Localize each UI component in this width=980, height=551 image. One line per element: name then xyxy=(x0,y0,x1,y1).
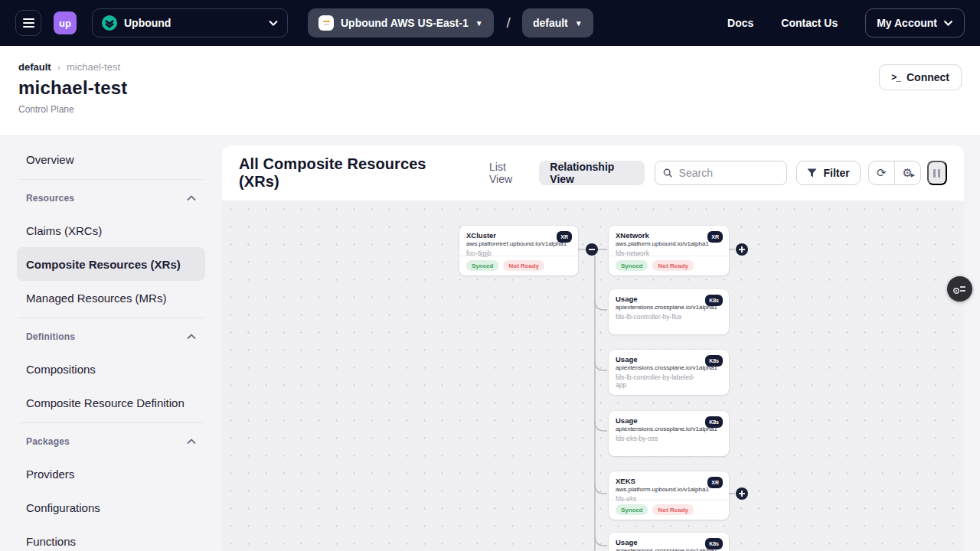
sidebar-item-xrd[interactable]: Composite Resource Definition xyxy=(17,386,205,419)
node-status-row: Synced Not Ready xyxy=(609,500,729,520)
sidebar: Overview Resources Claims (XRCs) Composi… xyxy=(0,136,222,551)
search-input[interactable] xyxy=(679,167,779,179)
not-ready-badge: Not Ready xyxy=(652,504,694,515)
sidebar-item-providers[interactable]: Providers xyxy=(17,457,205,491)
node-api-version: aws.platform.upbound.io/v1alpha1 xyxy=(616,240,703,247)
chevron-down-icon xyxy=(943,20,953,26)
connect-button[interactable]: >_ Connect xyxy=(879,64,962,90)
search-icon xyxy=(663,168,672,178)
node-api-version: aws.platform.upbound.io/v1alpha1 xyxy=(616,486,703,493)
node-kind-badge: K8s xyxy=(705,416,723,428)
pause-button[interactable] xyxy=(927,161,947,185)
breadcrumb: default › michael-test xyxy=(18,61,127,73)
node-status-row: Synced Not Ready xyxy=(609,256,729,276)
node-kind-badge: XR xyxy=(557,231,572,243)
legend-toggle-button[interactable] xyxy=(947,276,972,302)
hamburger-menu-button[interactable] xyxy=(15,10,41,36)
sidebar-divider xyxy=(18,179,204,180)
control-plane-select[interactable]: Upbound AWS US-East-1 ▼ xyxy=(308,8,494,37)
control-plane-icon xyxy=(318,15,334,31)
expand-node-icon xyxy=(736,243,748,256)
refresh-icon: ⟳ xyxy=(877,166,887,180)
sidebar-divider xyxy=(18,318,204,318)
panel-toolbar: All Composite Resources (XRs) List View … xyxy=(222,145,964,201)
my-account-button[interactable]: My Account xyxy=(865,8,965,37)
main-panel: All Composite Resources (XRs) List View … xyxy=(222,145,964,551)
node-name: fds-eks-by-oss xyxy=(616,435,703,442)
group-select[interactable]: default ▼ xyxy=(522,8,593,37)
my-account-label: My Account xyxy=(877,17,937,29)
section-label: Packages xyxy=(26,436,70,447)
synced-badge: Synced xyxy=(466,260,498,271)
run-operations-button[interactable]: ⚙ ▶ xyxy=(895,161,920,184)
node-title: XCluster xyxy=(466,231,552,240)
upbound-org-icon xyxy=(102,15,117,31)
organization-select[interactable]: Upbound xyxy=(92,8,288,37)
collapse-node-icon xyxy=(586,243,598,256)
sidebar-item-overview[interactable]: Overview xyxy=(17,142,205,176)
upbound-logo: up xyxy=(54,11,77,34)
docs-link[interactable]: Docs xyxy=(727,17,753,29)
node-title: Usage xyxy=(616,416,703,425)
node-name: fds-lb-controller-by-labeled-app xyxy=(616,373,703,389)
graph-node-xnetwork[interactable]: XNetwork aws.platform.upbound.io/v1alpha… xyxy=(609,226,729,276)
graph-node-usage-labeled-app[interactable]: Usage apiextensions.crossplane.io/v1alph… xyxy=(609,350,729,395)
page-header: default › michael-test michael-test Cont… xyxy=(0,46,980,136)
caret-down-icon: ▼ xyxy=(475,19,483,28)
refresh-button[interactable]: ⟳ xyxy=(869,161,894,184)
synced-badge: Synced xyxy=(616,504,648,515)
breadcrumb-root[interactable]: default xyxy=(18,61,51,73)
synced-badge: Synced xyxy=(616,260,648,271)
sidebar-item-configurations[interactable]: Configurations xyxy=(17,491,205,524)
page-subtitle: Control Plane xyxy=(18,104,127,115)
relationship-view-tab[interactable]: Relationship View xyxy=(539,161,645,185)
caret-down-icon: ▼ xyxy=(575,19,583,28)
node-api-version: apiextensions.crossplane.io/v1alpha1 xyxy=(616,425,703,432)
expand-node-icon xyxy=(736,487,748,500)
node-name: fds-lb-controller-by-flux xyxy=(616,313,703,321)
node-kind-badge: K8s xyxy=(705,355,723,367)
filter-button[interactable]: Filter xyxy=(796,161,860,185)
node-api-version: apiextensions.crossplane.io/v1alpha1 xyxy=(616,304,703,311)
pause-icon xyxy=(933,169,936,178)
sidebar-item-compositions[interactable]: Compositions xyxy=(17,352,205,386)
node-title: Usage xyxy=(616,355,703,364)
node-api-version: apiextensions.crossplane.io/v1alpha1 xyxy=(616,547,703,551)
sidebar-section-packages[interactable]: Packages xyxy=(17,426,205,457)
sidebar-item-claims[interactable]: Claims (XRCs) xyxy=(17,214,205,247)
section-label: Definitions xyxy=(26,331,75,342)
search-input-wrapper xyxy=(655,161,787,185)
sidebar-item-managed-resources[interactable]: Managed Resources (MRs) xyxy=(17,281,205,315)
not-ready-badge: Not Ready xyxy=(503,260,544,271)
page-title: michael-test xyxy=(18,77,127,99)
organization-label: Upbound xyxy=(124,17,171,29)
chevron-up-icon xyxy=(187,195,196,201)
graph-node-xeks[interactable]: XEKS aws.platform.upbound.io/v1alpha1 fd… xyxy=(609,471,729,520)
contact-us-link[interactable]: Contact Us xyxy=(781,17,838,29)
sidebar-section-definitions[interactable]: Definitions xyxy=(17,321,205,352)
breadcrumb-chevron-icon: › xyxy=(57,61,60,73)
node-status-row: Synced Not Ready xyxy=(459,256,578,276)
filter-label: Filter xyxy=(823,167,849,179)
connect-label: Connect xyxy=(906,71,949,83)
path-separator: / xyxy=(507,15,511,31)
node-title: XNetwork xyxy=(616,231,703,240)
node-kind-badge: XR xyxy=(707,231,723,243)
terminal-icon: >_ xyxy=(891,72,900,83)
graph-node-usage-eks-oss[interactable]: Usage apiextensions.crossplane.io/v1alph… xyxy=(609,411,729,456)
graph-node-xcluster[interactable]: XCluster aws.platformref.upbound.io/v1al… xyxy=(459,226,578,276)
graph-node-usage-flux[interactable]: Usage apiextensions.crossplane.io/v1alph… xyxy=(609,289,729,334)
chevron-up-icon xyxy=(187,439,196,445)
node-api-version: apiextensions.crossplane.io/v1alpha1 xyxy=(616,364,703,371)
sidebar-item-functions[interactable]: Functions xyxy=(17,524,205,551)
top-navbar: up Upbound Upbound AWS US-East-1 ▼ / def… xyxy=(0,0,980,46)
list-view-tab[interactable]: List View xyxy=(489,161,528,185)
sidebar-section-resources[interactable]: Resources xyxy=(17,183,205,214)
play-icon: ▶ xyxy=(911,172,915,178)
node-title: Usage xyxy=(616,538,703,546)
relationship-canvas[interactable]: XCluster aws.platformref.upbound.io/v1al… xyxy=(222,201,964,551)
graph-node-usage-bottom[interactable]: Usage apiextensions.crossplane.io/v1alph… xyxy=(609,533,729,551)
sidebar-item-composite-resources[interactable]: Composite Resources (XRs) xyxy=(17,247,205,281)
section-label: Resources xyxy=(26,193,74,204)
chevron-up-icon xyxy=(187,334,196,340)
